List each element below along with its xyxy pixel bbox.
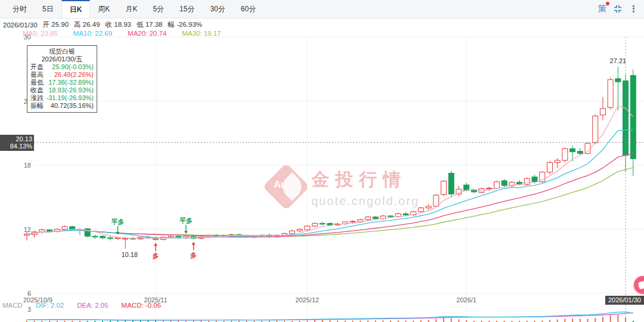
promo-icon [638, 281, 644, 290]
tab-30min[interactable]: 30分 [202, 0, 233, 18]
svg-text:27.21: 27.21 [610, 57, 627, 64]
ma-legend: MA5: 23.85 MA10: 22.69 MA20: 20.74 MA30:… [0, 29, 644, 37]
macd-name: MACD [2, 302, 23, 309]
ma5-legend: MA5: 23.85 [23, 30, 58, 37]
tab-monthly-k[interactable]: 月K [117, 0, 145, 18]
notification-dot [606, 2, 609, 5]
ma10-legend: MA10: 22.69 [73, 30, 112, 37]
svg-text:平多: 平多 [112, 218, 125, 225]
tab-daily-k[interactable]: 日K [61, 0, 91, 18]
tab-weekly-k[interactable]: 周K [90, 0, 117, 18]
svg-text:18: 18 [24, 162, 31, 169]
ma30-legend: MA30: 19.17 [182, 30, 221, 37]
collapse-grid-icon[interactable] [614, 5, 622, 13]
tooltip-date: 2026/01/30/五 [30, 55, 94, 63]
tab-5day[interactable]: 5日 [35, 0, 61, 18]
ohlc-info-bar: 2026/01/30 开 25.90 高 26.49 收 18.93 低 17.… [0, 18, 644, 29]
tab-5min[interactable]: 5分 [145, 0, 172, 18]
dea-value: DEA: 2.05 [77, 302, 108, 309]
macd-value: MACD: -0.06 [122, 302, 161, 309]
svg-text:多: 多 [190, 252, 197, 259]
svg-text:2026/1: 2026/1 [456, 296, 476, 304]
period-toolbar: 分时 5日 日K 周K 月K 5分 15分 30分 60分 策 ⋮ [0, 0, 644, 18]
dif-value: DIF: 2.02 [36, 302, 64, 309]
svg-text:12: 12 [24, 226, 31, 233]
strategy-icon[interactable]: 策 [598, 4, 606, 14]
tab-minute[interactable]: 分时 [5, 0, 35, 18]
ma20-legend: MA20: 20.74 [128, 30, 166, 37]
crosshair-date-label: 2026/01/30 [605, 296, 644, 305]
header: 分时 5日 日K 周K 月K 5分 15分 30分 60分 策 ⋮ 2026/0… [0, 0, 644, 33]
tooltip-title: 现货白银 [30, 48, 94, 55]
macd-legend: MACD DIF: 2.02 DEA: 2.05 MACD: -0.06 [2, 302, 161, 309]
svg-text:多: 多 [153, 252, 159, 259]
info-date: 2026/01/30 [3, 21, 38, 29]
more-menu-icon[interactable]: ⋮ [629, 4, 638, 14]
svg-text:2025/12: 2025/12 [295, 296, 319, 304]
candle-tooltip: 现货白银 2026/01/30/五 开盘25.90(-0.03%) 最高26.4… [27, 45, 97, 113]
svg-text:10.18: 10.18 [121, 251, 138, 258]
svg-text:平多: 平多 [179, 217, 193, 224]
tab-60min[interactable]: 60分 [233, 0, 264, 18]
tab-15min[interactable]: 15分 [172, 0, 202, 18]
crosshair-price-label: 20.13 84.13% [0, 135, 34, 151]
